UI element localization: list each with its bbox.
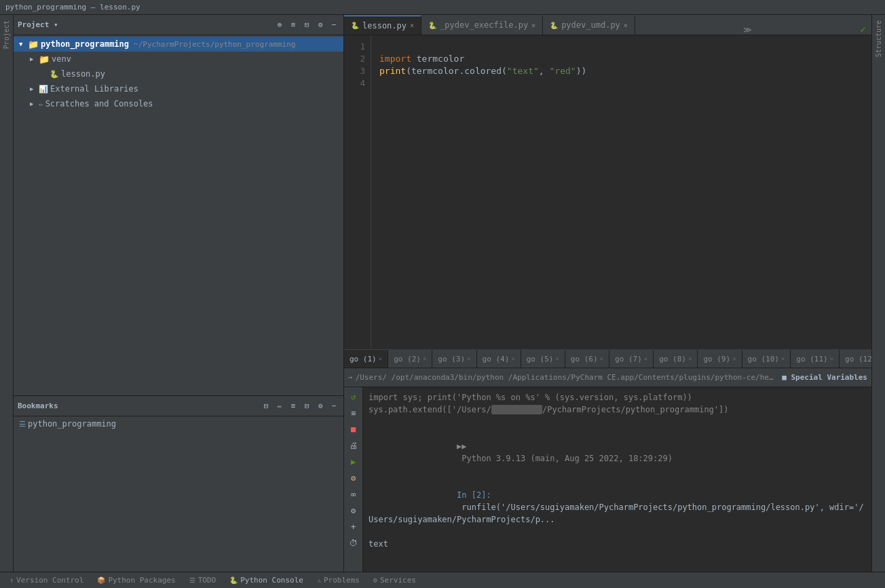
settings-icon[interactable]: ⚙ <box>347 504 360 517</box>
run-text: runfile('/Users/sugiyamaken/PycharmProje… <box>369 503 864 524</box>
status-tab-todo[interactable]: ☰ TODO <box>185 572 221 589</box>
edit-icon[interactable]: ✏ <box>274 401 285 412</box>
status-tab-vcs[interactable]: ↑ Version Control <box>5 572 88 589</box>
console-tab-go1[interactable]: go (1) × <box>344 350 388 368</box>
tab-close-umd[interactable]: × <box>624 22 628 29</box>
list-icon[interactable]: ≡ <box>288 20 299 31</box>
console-icon: 🐍 <box>229 576 238 584</box>
console-tab-go2[interactable]: go (2) × <box>388 350 432 368</box>
gear-icon[interactable]: ⚙ <box>315 20 326 31</box>
bookmarks-toolbar: Bookmarks ⊟ ✏ ≡ ⊟ ⚙ − <box>14 396 343 416</box>
loop-icon[interactable]: ∞ <box>347 488 360 501</box>
project-strip-label[interactable]: Project <box>1 15 12 54</box>
tree-item-venv[interactable]: ▶ 📁 venv <box>14 52 343 66</box>
console-tab-close-4[interactable]: × <box>511 355 514 362</box>
console-line-output: text <box>369 538 866 550</box>
console-tab-close-3[interactable]: × <box>467 355 470 362</box>
tabs-overflow[interactable]: ≫ <box>738 25 757 35</box>
console-tab-label-3: go (3) <box>438 355 465 364</box>
console-output[interactable]: import sys; print('Python %s on %s' % (s… <box>363 387 871 572</box>
console-tab-close-6[interactable]: × <box>600 355 603 362</box>
tab-lesson-py[interactable]: 🐍 lesson.py × <box>344 16 421 35</box>
vcs-icon: ↑ <box>10 576 14 584</box>
tab-label-2: _pydev_execfile.py <box>440 20 528 30</box>
console-tab-go7[interactable]: go (7) × <box>609 350 654 368</box>
console-tab-label: go (1) <box>350 355 377 364</box>
console-tab-close-7[interactable]: × <box>644 355 647 362</box>
status-tab-packages[interactable]: 📦 Python Packages <box>93 572 179 589</box>
console-tab-go8[interactable]: go (8) × <box>654 350 698 368</box>
tree-item-path: ~/PycharmProjects/python_programming <box>134 40 295 49</box>
console-tab-go3[interactable]: go (3) × <box>432 350 476 368</box>
bookmark-item-python-programming[interactable]: ☰ python_programming <box>14 416 343 431</box>
debug-icon[interactable]: ⚙ <box>347 471 360 485</box>
console-tab-label-8: go (8) <box>659 355 686 364</box>
console-tab-close-8[interactable]: × <box>688 355 692 362</box>
console-tab-close-9[interactable]: × <box>732 355 736 362</box>
gear-icon-2[interactable]: ⚙ <box>315 401 326 412</box>
console-tab-go9[interactable]: go (9) × <box>698 350 742 368</box>
project-strip[interactable]: Project <box>0 15 14 572</box>
console-tab-close-1[interactable]: × <box>379 355 382 362</box>
filter-icon-2[interactable]: ⊟ <box>261 401 271 412</box>
clock-icon[interactable]: ⏱ <box>347 536 360 550</box>
status-tab-console[interactable]: 🐍 Python Console <box>225 572 307 589</box>
list-format-icon[interactable]: ≡ <box>347 406 360 420</box>
console-tab-go5[interactable]: go (5) × <box>521 350 565 368</box>
status-problems-label: Problems <box>324 576 360 585</box>
status-tab-services[interactable]: ⚙ Services <box>369 572 420 589</box>
add-icon[interactable]: + <box>347 520 360 534</box>
code-line-3: print(termcolor.colored("text", "red")) <box>379 65 863 77</box>
arrow-right-icon: → <box>348 373 353 382</box>
globe-icon[interactable]: ⊕ <box>274 20 285 31</box>
console-tab-label-2: go (2) <box>394 355 421 364</box>
console-header-cmd: /Users/ /opt/anaconda3/bin/python /Appli… <box>356 373 774 382</box>
rerun-icon[interactable]: ↺ <box>347 390 360 404</box>
play-icon[interactable]: ▶ <box>347 455 360 469</box>
console-tab-go11[interactable]: go (11) × <box>791 350 840 368</box>
status-tab-problems[interactable]: ⚠ Problems <box>313 572 364 589</box>
app-window: python_programming – lesson.py Project P… <box>0 0 885 588</box>
code-editor[interactable]: 1 2 3 4 import termcolor print(termcolor… <box>344 35 871 349</box>
console-tab-close-10[interactable]: × <box>781 355 785 362</box>
console-tab-go10[interactable]: go (10) × <box>742 350 791 368</box>
python-icon: 🐍 <box>351 22 359 29</box>
structure-strip[interactable]: Structure <box>871 15 885 572</box>
filter-icon[interactable]: ⊟ <box>301 20 312 31</box>
line-num-3: 3 <box>347 65 365 77</box>
console-tab-close-11[interactable]: × <box>830 355 833 362</box>
tab-close-execfile[interactable]: × <box>531 22 535 29</box>
stop-icon[interactable]: ■ <box>347 423 360 436</box>
structure-label[interactable]: Structure <box>873 15 884 62</box>
tree-item-scratches[interactable]: ▶ ✏ Scratches and Consoles <box>14 96 343 111</box>
line-num-4: 4 <box>347 77 365 90</box>
line-numbers: 1 2 3 4 <box>344 35 371 349</box>
tab-pydev-umd[interactable]: 🐍 pydev_umd.py × <box>543 16 635 35</box>
console-line-run: In [2]: runfile('/Users/sugiyamaken/Pych… <box>369 477 866 538</box>
tree-item-external-libraries[interactable]: ▶ 📊 External Libraries <box>14 81 343 96</box>
tree-item-lesson-py[interactable]: ▶ 🐍 lesson.py <box>14 66 343 81</box>
print-icon[interactable]: 🖨 <box>347 439 360 452</box>
console-tab-go12[interactable]: go (12) × <box>840 350 871 368</box>
minus-icon[interactable]: − <box>328 20 339 31</box>
tab-label: lesson.py <box>362 21 407 31</box>
check-area: ✓ <box>861 24 871 35</box>
tab-pydev-execfile[interactable]: 🐍 _pydev_execfile.py × <box>421 16 543 35</box>
tab-close-lesson[interactable]: × <box>410 22 414 29</box>
list-icon-2[interactable]: ≡ <box>288 401 299 412</box>
console-tab-go4[interactable]: go (4) × <box>477 350 521 368</box>
filter-icon-3[interactable]: ⊟ <box>301 401 312 412</box>
console-tab-go6[interactable]: go (6) × <box>565 350 609 368</box>
python-icon-2: 🐍 <box>428 22 436 29</box>
code-content[interactable]: import termcolor print(termcolor.colored… <box>371 35 871 349</box>
tree-item-label: venv <box>52 54 71 64</box>
minus-icon-2[interactable]: − <box>328 401 339 412</box>
console-tab-close-5[interactable]: × <box>555 355 559 362</box>
bookmarks-panel: Bookmarks ⊟ ✏ ≡ ⊟ ⚙ − ☰ python_programmi… <box>14 395 343 572</box>
tree-item-python-programming[interactable]: ▼ 📁 python_programming ~/PycharmProjects… <box>14 37 343 52</box>
file-tree: ▼ 📁 python_programming ~/PycharmProjects… <box>14 35 343 395</box>
console-tab-close-2[interactable]: × <box>423 355 426 362</box>
console-line-version: ▶▶ Python 3.9.13 (main, Aug 25 2022, 18:… <box>369 428 866 477</box>
status-services-label: Services <box>380 576 416 585</box>
title-bar: python_programming – lesson.py <box>0 0 885 15</box>
